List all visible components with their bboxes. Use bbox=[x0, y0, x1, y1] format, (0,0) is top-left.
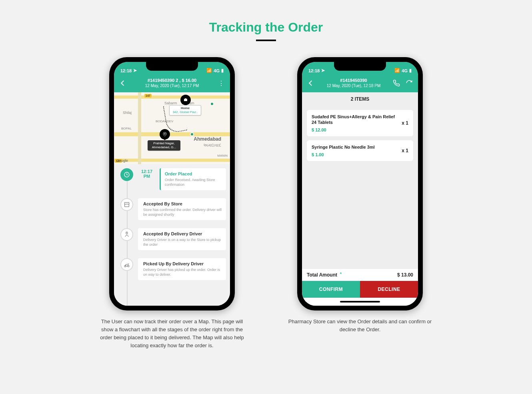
phone2-order-title: #1419450390 bbox=[319, 78, 388, 83]
source-line2: Ahmedabad, G... bbox=[150, 145, 178, 149]
map-city-label: Ahmedabad bbox=[194, 136, 221, 142]
source-line1: Prahlad Nagar, bbox=[150, 141, 178, 145]
map-area[interactable]: 147 147 Sabarm Ashram Shilaj BOPAL BODAK… bbox=[114, 92, 230, 164]
step-time: 12:17PM bbox=[138, 169, 156, 179]
phone1-order-title: #1419450390 2 , $ 16.00 bbox=[131, 78, 213, 83]
title-underline bbox=[256, 40, 276, 41]
step-card: Order Placed Order Received. Awaiting St… bbox=[160, 168, 226, 190]
source-bubble[interactable]: Prahlad Nagar, Ahmedabad, G... bbox=[148, 140, 180, 151]
google-logo: Google bbox=[116, 159, 128, 163]
battery-icon: ▮ bbox=[409, 68, 412, 73]
map-label-manin: MANIN bbox=[217, 154, 228, 157]
poi-dot bbox=[190, 132, 194, 136]
signal-icon: 📶 bbox=[206, 68, 212, 73]
location-arrow-icon: ➤ bbox=[321, 68, 325, 73]
step-desc: Store has confirmed the order. Delivery … bbox=[143, 207, 222, 217]
source-pin-icon[interactable] bbox=[160, 129, 170, 139]
items-count-header: 2 ITEMS bbox=[302, 92, 418, 106]
phone1-caption: The User can now track their order over … bbox=[100, 318, 244, 350]
item-name: Syringe Plastic No Needle 3ml bbox=[312, 144, 398, 150]
phone1-column: 12:18 ➤ 📶 4G ▮ #1419450390 2 , $ 16.00 bbox=[100, 57, 244, 350]
destination-address: 342, Global Plaz.. bbox=[171, 110, 199, 114]
item-qty: x 1 bbox=[402, 148, 408, 153]
clock-icon bbox=[120, 168, 133, 181]
confirm-button[interactable]: CONFIRM bbox=[302, 281, 360, 298]
decline-button[interactable]: DECLINE bbox=[360, 281, 418, 298]
battery-icon: ▮ bbox=[221, 68, 224, 73]
timeline[interactable]: 12:17PM Order Placed Order Received. Awa… bbox=[114, 164, 230, 306]
network-label: 4G bbox=[402, 68, 408, 73]
scooter-icon bbox=[120, 258, 133, 271]
step-title: Accepted By Delivery Driver bbox=[143, 231, 222, 236]
driver-icon bbox=[120, 228, 133, 241]
phone2-header-center: #1419450390 12 May, 2020 (Tue), 12:18 PM bbox=[319, 78, 388, 89]
phone1-order-subtitle: 12 May, 2020 (Tue), 12:17 PM bbox=[131, 83, 213, 89]
phone2-caption: Pharmacy Store can view the Order detail… bbox=[288, 318, 432, 334]
phone2-frame: 12:18 ➤ 📶 4G ▮ #1419450390 12 bbox=[297, 57, 423, 310]
phone2-screen: 12:18 ➤ 📶 4G ▮ #1419450390 12 bbox=[302, 62, 418, 306]
svg-point-4 bbox=[126, 233, 128, 234]
map-city-native: અમદાવાદ bbox=[203, 143, 221, 148]
network-label: 4G bbox=[214, 68, 220, 73]
call-icon[interactable] bbox=[392, 78, 401, 88]
phones-row: 12:18 ➤ 📶 4G ▮ #1419450390 2 , $ 16.00 bbox=[0, 57, 532, 350]
step-desc: Delivery Driver is on a way to the Store… bbox=[143, 237, 222, 247]
total-value: $ 13.00 bbox=[397, 272, 413, 278]
phone1-frame: 12:18 ➤ 📶 4G ▮ #1419450390 2 , $ 16.00 bbox=[109, 57, 235, 310]
phone2-notch bbox=[334, 62, 386, 71]
location-arrow-icon: ➤ bbox=[133, 68, 137, 73]
phone2-header: #1419450390 12 May, 2020 (Tue), 12:18 PM bbox=[302, 74, 418, 92]
step-desc: Delivery Driver has picked up the order.… bbox=[143, 267, 222, 277]
phone2-order-subtitle: 12 May, 2020 (Tue), 12:18 PM bbox=[319, 83, 388, 89]
step-card: Picked Up By Delivery Driver Delivery Dr… bbox=[138, 258, 226, 280]
status-time: 12:18 bbox=[120, 68, 132, 73]
action-row: CONFIRM DECLINE bbox=[302, 281, 418, 298]
phone1-header: #1419450390 2 , $ 16.00 12 May, 2020 (Tu… bbox=[114, 74, 230, 92]
timeline-step[interactable]: Picked Up By Delivery Driver Delivery Dr… bbox=[114, 254, 230, 284]
map-label-shilaj: Shilaj bbox=[123, 111, 132, 115]
back-icon[interactable] bbox=[118, 78, 128, 88]
order-item[interactable]: Syringe Plastic No Needle 3ml $ 1.00 x 1 bbox=[307, 140, 413, 161]
timeline-step[interactable]: 12:17PM Order Placed Order Received. Awa… bbox=[114, 164, 230, 194]
items-list[interactable]: Sudafed PE Sinus+Allergy & Pain Relief 2… bbox=[302, 106, 418, 269]
timeline-step[interactable]: Accepted By Store Store has confirmed th… bbox=[114, 194, 230, 224]
phone2-column: 12:18 ➤ 📶 4G ▮ #1419450390 12 bbox=[288, 57, 432, 350]
home-indicator bbox=[302, 298, 418, 306]
total-label: Total Amount bbox=[307, 272, 337, 278]
item-qty: x 1 bbox=[402, 120, 408, 126]
destination-bubble[interactable]: Home 342, Global Plaz.. bbox=[169, 105, 201, 115]
destination-pin-icon[interactable] bbox=[180, 95, 191, 105]
item-price: $ 1.00 bbox=[312, 152, 398, 157]
step-card: Accepted By Store Store has confirmed th… bbox=[138, 198, 226, 220]
destination-label: Home bbox=[171, 106, 199, 110]
step-card: Accepted By Delivery Driver Delivery Dri… bbox=[138, 228, 226, 250]
road-badge: 147 bbox=[144, 94, 152, 98]
timeline-step[interactable]: Accepted By Delivery Driver Delivery Dri… bbox=[114, 224, 230, 254]
step-title: Order Placed bbox=[165, 171, 222, 176]
signal-icon: 📶 bbox=[394, 68, 400, 73]
svg-rect-0 bbox=[184, 99, 187, 101]
back-icon[interactable] bbox=[306, 78, 316, 88]
svg-point-2 bbox=[164, 133, 166, 135]
poi-dot bbox=[210, 102, 214, 106]
map-label-bopal: BOPAL bbox=[121, 127, 132, 130]
more-icon[interactable]: ⋮ bbox=[216, 78, 226, 88]
phone1-screen: 12:18 ➤ 📶 4G ▮ #1419450390 2 , $ 16.00 bbox=[114, 62, 230, 306]
svg-rect-1 bbox=[185, 98, 186, 99]
chevron-up-icon[interactable]: ˄ bbox=[340, 272, 342, 278]
item-price: $ 12.00 bbox=[312, 127, 398, 132]
total-row[interactable]: Total Amount ˄ $ 13.00 bbox=[302, 269, 418, 281]
step-desc: Order Received. Awaiting Store confirmat… bbox=[165, 177, 222, 187]
refresh-icon[interactable] bbox=[404, 78, 414, 88]
status-time: 12:18 bbox=[308, 68, 320, 73]
store-icon bbox=[120, 198, 133, 211]
page-title: Tracking the Order bbox=[0, 0, 532, 35]
phone1-header-center: #1419450390 2 , $ 16.00 12 May, 2020 (Tu… bbox=[131, 78, 213, 89]
step-title: Picked Up By Delivery Driver bbox=[143, 261, 222, 266]
item-name: Sudafed PE Sinus+Allergy & Pain Relief 2… bbox=[312, 114, 398, 125]
phone1-notch bbox=[146, 62, 198, 71]
order-item[interactable]: Sudafed PE Sinus+Allergy & Pain Relief 2… bbox=[307, 110, 413, 136]
step-title: Accepted By Store bbox=[143, 201, 222, 206]
